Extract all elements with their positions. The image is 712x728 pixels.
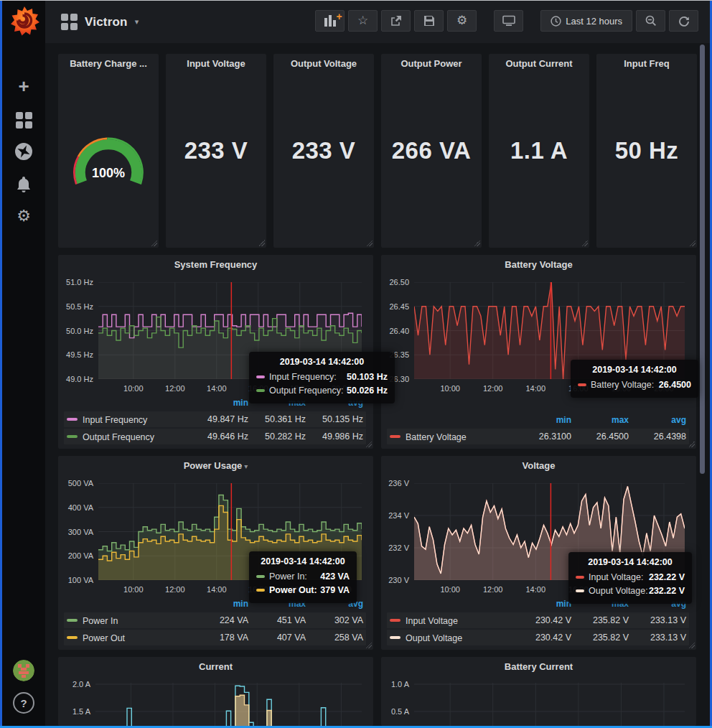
navbar: Victron ▾ + ☆ ⚙ Last 12 hours bbox=[45, 1, 710, 43]
chart-legend: minmaxavgBattery Voltage26.310026.450026… bbox=[387, 415, 689, 444]
legend-series[interactable]: Input Frequency49.847 Hz50.361 Hz50.135 … bbox=[64, 411, 366, 427]
legend-series[interactable]: Power In224 VA451 VA302 VA bbox=[64, 612, 366, 628]
y-axis-tick: 200 VA bbox=[60, 551, 93, 560]
chart-battery-voltage[interactable]: 26.5026.4526.4026.3526.3010:0012:0014:00… bbox=[381, 255, 696, 449]
panel-resize-handle[interactable] bbox=[365, 441, 372, 447]
cycle-view-button[interactable] bbox=[494, 10, 523, 32]
clock-icon bbox=[551, 16, 561, 27]
dashboard-settings-button[interactable]: ⚙ bbox=[447, 10, 477, 32]
time-picker-button[interactable]: Last 12 hours bbox=[540, 10, 632, 32]
panel-resize-handle[interactable] bbox=[474, 240, 480, 246]
panel-resize-handle[interactable] bbox=[365, 642, 372, 648]
stat-value: 233 V bbox=[273, 54, 374, 248]
x-axis-tick: 12:00 bbox=[483, 585, 503, 594]
share-icon bbox=[390, 15, 402, 27]
chevron-down-icon: ▾ bbox=[135, 17, 139, 27]
y-axis-tick: 50.0 Hz bbox=[60, 327, 93, 335]
panel-input-freq[interactable]: Input Freq 50 Hz bbox=[596, 54, 697, 248]
panel-output-current[interactable]: Output Current 1.1 A bbox=[489, 54, 589, 248]
window-border-left bbox=[0, 0, 2, 728]
x-axis-tick: 12:00 bbox=[165, 585, 185, 594]
grafana-dashboard: + ⚙ ? Victron ▾ + ☆ bbox=[0, 0, 712, 728]
x-axis-tick: 10:00 bbox=[440, 585, 460, 594]
legend-series[interactable]: Output Frequency49.646 Hz50.282 Hz49.986… bbox=[64, 429, 366, 444]
panel-resize-handle[interactable] bbox=[689, 240, 695, 246]
sidebar-create-plus-icon[interactable]: + bbox=[2, 74, 45, 98]
panel-resize-handle[interactable] bbox=[366, 240, 373, 246]
sidebar-explore-compass-icon[interactable] bbox=[2, 139, 45, 164]
chart-battery-current[interactable]: 1.0 A0.5 A bbox=[381, 657, 696, 726]
share-button[interactable] bbox=[381, 10, 411, 32]
gear-icon: ⚙ bbox=[456, 13, 467, 29]
gauge-value: 100% bbox=[92, 166, 125, 181]
x-axis-tick: 14:00 bbox=[207, 585, 227, 594]
x-axis-tick: 12:00 bbox=[483, 384, 503, 393]
zoom-out-button[interactable] bbox=[636, 10, 665, 32]
y-axis-tick: 26.50 bbox=[383, 278, 409, 286]
chart-legend: minmaxavgInput Voltage230.42 V235.82 V23… bbox=[387, 599, 689, 645]
legend-headers: minmaxavg bbox=[387, 415, 689, 427]
add-panel-button[interactable]: + bbox=[315, 10, 345, 32]
x-axis-tick: 10:00 bbox=[440, 384, 460, 393]
y-axis-tick: 232 V bbox=[383, 543, 409, 552]
navbar-actions: + ☆ ⚙ Last 12 hours bbox=[315, 10, 698, 32]
legend-series[interactable]: Power Out178 VA407 VA258 VA bbox=[64, 630, 366, 645]
panel-resize-handle[interactable] bbox=[258, 240, 265, 246]
save-icon bbox=[423, 15, 435, 27]
y-axis-tick: 1.0 A bbox=[383, 680, 409, 689]
chart-current[interactable]: 2.0 A1.5 A bbox=[58, 657, 373, 726]
y-axis-tick: 230 V bbox=[383, 576, 409, 584]
stat-value: 233 V bbox=[166, 54, 266, 248]
dashboard-picker[interactable]: Victron ▾ bbox=[61, 1, 139, 43]
y-axis-tick: 236 V bbox=[383, 479, 409, 487]
panel-current[interactable]: Current 2.0 A1.5 A bbox=[58, 657, 373, 726]
zoom-out-icon bbox=[645, 15, 657, 27]
battery-charge-gauge: 100% bbox=[58, 80, 159, 248]
chart-plot[interactable] bbox=[95, 683, 362, 726]
panel-input-voltage[interactable]: Input Voltage 233 V bbox=[166, 54, 266, 248]
grafana-logo-icon bbox=[9, 4, 40, 37]
panel-resize-handle[interactable] bbox=[151, 240, 157, 246]
save-button[interactable] bbox=[414, 10, 444, 32]
legend-series[interactable]: Ouput Voltage230.42 V235.82 V233.13 V bbox=[387, 630, 689, 645]
panel-resize-handle[interactable] bbox=[688, 441, 695, 447]
x-axis-tick: 12:00 bbox=[165, 384, 185, 393]
y-axis-tick: 234 V bbox=[383, 511, 409, 520]
stat-value: 50 Hz bbox=[596, 54, 697, 248]
panel-battery-charge[interactable]: Battery Charge ... 100% bbox=[58, 54, 159, 248]
sidebar-configuration-gear-icon[interactable]: ⚙ bbox=[2, 204, 45, 228]
sidebar-alerting-bell-icon[interactable] bbox=[2, 172, 45, 197]
panel-battery-voltage[interactable]: Battery Voltage 26.5026.4526.4026.3526.3… bbox=[381, 255, 696, 449]
x-axis-tick: 14:00 bbox=[526, 585, 546, 594]
y-axis-tick: 500 VA bbox=[60, 479, 93, 487]
vertical-scrollbar[interactable] bbox=[700, 45, 705, 474]
panel-title[interactable]: Battery Charge ... bbox=[58, 58, 159, 69]
time-range-label: Last 12 hours bbox=[566, 16, 622, 27]
panel-output-voltage[interactable]: Output Voltage 233 V bbox=[273, 54, 374, 248]
help-icon[interactable]: ? bbox=[2, 691, 45, 715]
refresh-button[interactable] bbox=[669, 10, 698, 32]
sidebar-dashboards-icon[interactable] bbox=[2, 108, 45, 132]
chart-plot[interactable] bbox=[414, 683, 685, 726]
sidebar: + ⚙ ? bbox=[2, 0, 45, 728]
chart-tooltip: 2019-03-14 14:42:00Input Frequency:50.10… bbox=[249, 352, 395, 403]
y-axis-tick: 300 VA bbox=[60, 528, 93, 536]
chart-tooltip: 2019-03-14 14:42:00Input Voltage:232.22 … bbox=[568, 552, 692, 604]
avatar-image bbox=[13, 660, 34, 681]
refresh-icon bbox=[678, 15, 690, 27]
legend-series[interactable]: Input Voltage230.42 V235.82 V233.13 V bbox=[387, 612, 689, 628]
y-axis-tick: 1.5 A bbox=[60, 707, 90, 716]
grafana-logo[interactable] bbox=[9, 4, 40, 37]
y-axis-tick: 0.5 A bbox=[383, 707, 409, 716]
panel-resize-handle[interactable] bbox=[581, 240, 588, 246]
y-axis-tick: 400 VA bbox=[60, 503, 93, 512]
panel-battery-current[interactable]: Battery Current 1.0 A0.5 A bbox=[381, 657, 696, 726]
x-axis-tick: 10:00 bbox=[123, 585, 144, 594]
y-axis-tick: 50.5 Hz bbox=[60, 302, 93, 311]
legend-series[interactable]: Battery Voltage26.310026.450026.4398 bbox=[387, 429, 689, 444]
chart-tooltip: 2019-03-14 14:42:00Battery Voltage:26.45… bbox=[571, 360, 698, 398]
panel-output-power[interactable]: Output Power 266 VA bbox=[381, 54, 482, 248]
star-button[interactable]: ☆ bbox=[348, 10, 378, 32]
panel-resize-handle[interactable] bbox=[688, 642, 695, 648]
user-avatar[interactable] bbox=[2, 658, 45, 683]
